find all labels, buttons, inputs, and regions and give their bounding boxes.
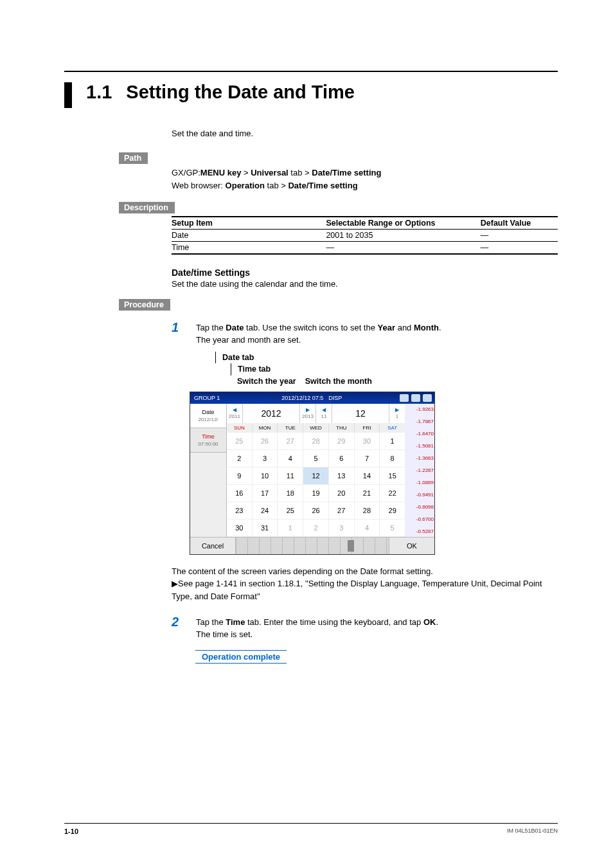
calendar-day[interactable]: 5 [303, 450, 329, 467]
dow-wed: WED [303, 423, 329, 433]
step-number-1: 1 [172, 321, 184, 334]
month-next-label: 1 [396, 413, 398, 419]
calendar-day[interactable]: 4 [355, 520, 380, 537]
tab-date[interactable]: Date 2012/12/ [190, 404, 226, 428]
path-web-prefix: Web browser: [172, 181, 226, 190]
cell-range: — [326, 242, 480, 255]
calendar-day[interactable]: 30 [355, 433, 380, 450]
calendar-day[interactable]: 4 [278, 450, 303, 467]
cell-default: — [481, 242, 558, 255]
calendar-day[interactable]: 26 [303, 502, 329, 520]
calendar-day[interactable]: 12 [303, 467, 329, 485]
calendar-weekday-header: SUN MON TUE WED THU FRI SAT [227, 423, 405, 433]
path-block: GX/GP:MENU key > Universal tab > Date/Ti… [172, 167, 558, 192]
calendar-day[interactable]: 6 [329, 450, 355, 467]
calendar-row: 2345678 [227, 450, 405, 467]
calendar-day[interactable]: 7 [355, 450, 380, 467]
trend-value: -1.6470 [416, 431, 434, 437]
calendar-day[interactable]: 14 [355, 467, 380, 485]
calendar-day[interactable]: 13 [329, 467, 355, 485]
ok-button[interactable]: OK [389, 538, 434, 554]
calendar-day[interactable]: 28 [303, 433, 329, 450]
calendar-day[interactable]: 27 [329, 502, 355, 520]
step-result: The year and month are set. [196, 335, 301, 345]
calendar-day[interactable]: 11 [278, 467, 303, 485]
calendar-day[interactable]: 28 [355, 502, 380, 520]
calendar-day[interactable]: 29 [329, 433, 355, 450]
step-result: The time is set. [196, 629, 253, 639]
scrub-bar[interactable] [236, 538, 389, 554]
path-prefix: GX/GP: [172, 168, 200, 177]
path-key-menu: MENU key [200, 168, 242, 177]
dow-sun: SUN [227, 423, 253, 433]
path-key-universal: Universal [251, 168, 289, 177]
step-key-month: Month [414, 323, 439, 332]
calendar-body[interactable]: 2526272829301234567891011121314151617181… [227, 433, 405, 537]
calendar-day[interactable]: 3 [253, 450, 278, 467]
year-next-button[interactable]: ▶2013 [300, 404, 316, 423]
year-prev-label: 2011 [229, 413, 240, 419]
calendar-day[interactable]: 18 [278, 485, 303, 502]
calendar-row: 2526272829301 [227, 433, 405, 450]
titlebar-date: 2012/12/12 07:5 [281, 395, 323, 401]
path-tab-text: tab > [289, 168, 312, 177]
calendar-day[interactable]: 31 [253, 520, 278, 537]
calendar-day[interactable]: 21 [355, 485, 380, 502]
after-figure-text: The content of the screen varies dependi… [172, 565, 558, 603]
dow-sat: SAT [380, 423, 405, 433]
calendar-day[interactable]: 19 [303, 485, 329, 502]
tab-time[interactable]: Time 07:50:00 [190, 428, 226, 453]
step-2: 2 Tap the Time tab. Enter the time using… [172, 617, 558, 641]
operation-complete-badge: Operation complete [195, 650, 287, 664]
document-id: IM 04L51B01-01EN [507, 827, 558, 835]
calendar-day[interactable]: 2 [303, 520, 329, 537]
step-text: and [395, 323, 414, 332]
step-key-time: Time [226, 617, 245, 627]
calendar-day[interactable]: 30 [227, 520, 253, 537]
calendar-day[interactable]: 27 [278, 433, 303, 450]
calendar-day[interactable]: 2 [227, 450, 253, 467]
trend-value: -0.6700 [416, 516, 434, 522]
calendar-panel: ◀2011 2012 ▶2013 ◀11 12 ▶1 SUN MON TUE W… [227, 404, 405, 537]
calendar-day[interactable]: 23 [227, 502, 253, 520]
calendar-day[interactable]: 20 [329, 485, 355, 502]
calendar-day[interactable]: 25 [227, 433, 253, 450]
cell-item: Time [172, 242, 326, 255]
calendar-day[interactable]: 29 [380, 502, 405, 520]
calendar-day[interactable]: 24 [253, 502, 278, 520]
year-month-row: ◀2011 2012 ▶2013 ◀11 12 ▶1 [227, 404, 405, 423]
calendar-day[interactable]: 26 [253, 433, 278, 450]
month-display: 12 [332, 404, 389, 423]
calendar-day[interactable]: 3 [329, 520, 355, 537]
side-tabs: Date 2012/12/ Time 07:50:00 [190, 404, 227, 537]
calendar-day[interactable]: 16 [227, 485, 253, 502]
scrub-handle-icon[interactable] [348, 540, 354, 552]
calendar-day[interactable]: 1 [380, 433, 405, 450]
calendar-day[interactable]: 15 [380, 467, 405, 485]
cancel-button[interactable]: Cancel [190, 538, 236, 554]
calendar-day[interactable]: 1 [278, 520, 303, 537]
calendar-day[interactable]: 8 [380, 450, 405, 467]
calendar-day[interactable]: 5 [380, 520, 405, 537]
month-prev-button[interactable]: ◀11 [316, 404, 332, 423]
trend-value: -1.3683 [416, 455, 434, 461]
calendar-day[interactable]: 22 [380, 485, 405, 502]
calendar-day[interactable]: 17 [253, 485, 278, 502]
tab-time-label: Time [202, 433, 215, 440]
month-prev-label: 11 [321, 413, 327, 419]
titlebar: GROUP 1 2012/12/12 07:5 DISP [190, 392, 434, 404]
calendar-screenshot: GROUP 1 2012/12/12 07:5 DISP Date 2012/1… [190, 392, 435, 555]
callout-date-tab: Date tab [215, 352, 558, 364]
year-prev-button[interactable]: ◀2011 [227, 404, 243, 423]
trend-value: -1.5081 [416, 443, 434, 449]
step-text: . [439, 323, 441, 332]
calendar-day[interactable]: 9 [227, 467, 253, 485]
month-next-button[interactable]: ▶1 [389, 404, 405, 423]
calendar-day[interactable]: 25 [278, 502, 303, 520]
cell-default: — [481, 230, 558, 242]
cross-ref: ▶See page 1-141 in section 1.18.1, "Sett… [172, 577, 558, 602]
group-label: GROUP 1 [190, 395, 224, 401]
calendar-day[interactable]: 10 [253, 467, 278, 485]
step-1-body: Tap the Date tab. Use the switch icons t… [196, 322, 558, 347]
step-text: tab. Enter the time using the keyboard, … [245, 617, 423, 627]
